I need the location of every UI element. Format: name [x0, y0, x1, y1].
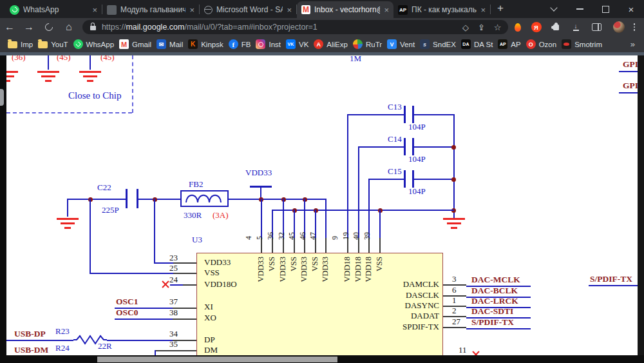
bookmark-label: DA St: [474, 41, 493, 48]
chip-pin-name: VDD18O: [204, 279, 237, 289]
scrollbar-thumb[interactable]: [97, 357, 337, 362]
chip-pin-number: 4: [245, 236, 252, 240]
net-label: DAC-LRCK: [471, 296, 518, 306]
reload-button[interactable]: [43, 22, 54, 33]
chip-pin-name: DP: [204, 335, 215, 345]
new-tab-button[interactable]: +: [497, 2, 504, 15]
bookmark-mailru[interactable]: ✉Mail: [156, 39, 183, 49]
url-text[interactable]: https://mail.google.com/mail/u/0/?tab=am…: [102, 23, 453, 32]
chip-pin-number: 38: [161, 308, 178, 318]
bookmark-dast[interactable]: DADA St: [461, 39, 493, 49]
maximize-button[interactable]: [592, 0, 618, 18]
profile-avatar[interactable]: [613, 21, 625, 33]
side-panel-icon[interactable]: [592, 23, 601, 31]
capacitor-icon: [404, 106, 406, 123]
bookmark-sndex[interactable]: sSndEX: [420, 39, 456, 49]
dashed-region-border: [132, 55, 133, 113]
net-label: OSC0: [116, 308, 138, 318]
back-button[interactable]: ←: [0, 21, 19, 33]
bookmark-facebook[interactable]: fFB: [229, 39, 251, 49]
tab-divider: [490, 5, 491, 14]
gnd-pin-ref: (36): [12, 55, 26, 63]
ap-icon: AP: [498, 39, 507, 49]
page-icon: [107, 5, 117, 15]
extension-diamond-icon[interactable]: ◇: [462, 23, 469, 32]
rutracker-icon: [353, 39, 363, 49]
wire: [589, 285, 638, 286]
cap-ref: C22: [97, 182, 111, 193]
flame-extension-icon[interactable]: [515, 23, 521, 32]
bookmark-label: Inst: [269, 41, 281, 48]
tab-gmail-inbox[interactable]: M Inbox - vectorhorn@gm ×: [297, 1, 393, 18]
chip-pin-number: 3: [452, 274, 457, 284]
net-label: DAC-MCLK: [471, 275, 520, 285]
folder-icon: [8, 41, 17, 48]
ferrite-rating: (3A): [213, 210, 229, 221]
tab-label: ПК - как музыкальный: [412, 5, 477, 14]
lock-icon[interactable]: [90, 26, 96, 30]
share-icon[interactable]: ⇪: [478, 23, 485, 32]
bookmark-ap[interactable]: APAP: [498, 39, 520, 49]
chip-pin-name: VDD18: [343, 257, 352, 282]
bookmark-label: FB: [242, 41, 251, 48]
bookmark-yout[interactable]: YouT: [38, 40, 68, 48]
chip-pin-name: DAMCLK: [393, 279, 439, 289]
address-bar[interactable]: https://mail.google.com/mail/u/0/?tab=am…: [82, 20, 508, 34]
whatsapp-icon: [73, 39, 83, 49]
bookmarks-overflow-button[interactable]: »: [630, 39, 635, 49]
downloads-icon[interactable]: ↓: [573, 23, 579, 31]
bookmark-aliexpress[interactable]: AAliExp: [314, 39, 348, 49]
bookmark-gmail[interactable]: MGmail: [119, 39, 151, 49]
minimize-button[interactable]: [567, 0, 592, 18]
bookmark-kinopoisk[interactable]: KKinpsk: [188, 39, 223, 49]
ferrite-bead-icon: [180, 190, 229, 207]
chip-pin-name: SPDIF-TX: [393, 322, 439, 332]
bookmark-vk[interactable]: VKVK: [286, 39, 308, 49]
bookmark-instagram[interactable]: Inst: [256, 39, 281, 49]
wire: [414, 179, 454, 180]
tab-word[interactable]: Microsoft Word - SA902 ×: [200, 1, 296, 18]
extensions-puzzle-icon[interactable]: [553, 25, 559, 30]
window-controls: ×: [541, 0, 644, 18]
bookmark-rutracker[interactable]: RuTr: [353, 39, 382, 49]
left-scroll-handle[interactable]: [0, 89, 4, 106]
home-button[interactable]: ⌂: [59, 21, 79, 33]
horizontal-scrollbar[interactable]: [0, 355, 644, 363]
bookmark-vent[interactable]: VVent: [387, 39, 415, 49]
maximize-icon: [602, 6, 609, 13]
wire: [466, 328, 531, 329]
tab-close-icon[interactable]: ×: [287, 6, 292, 14]
bookmark-whatsapp[interactable]: WhsApp: [73, 39, 114, 49]
bookmark-label: Smotrim: [574, 41, 602, 48]
browser-menu-icon[interactable]: [634, 23, 636, 31]
junction-dot: [451, 145, 456, 150]
yandex-extension-icon[interactable]: Я: [531, 22, 542, 32]
wire: [453, 114, 455, 218]
bookmark-ozon[interactable]: OOzon: [526, 39, 557, 49]
close-window-button[interactable]: ×: [618, 0, 644, 18]
chip-pin-name: VDD33: [321, 257, 330, 282]
junction-dot: [451, 177, 456, 182]
chip-pin-name: VDD18: [365, 257, 373, 282]
tab-close-icon[interactable]: ×: [384, 6, 389, 14]
ozon-icon: O: [526, 39, 536, 49]
dashed-region-border: [6, 112, 132, 113]
tab-close-icon[interactable]: ×: [92, 6, 97, 14]
schematic-image[interactable]: (36) (45) (45) Close to Chip 1M C13 1: [6, 55, 638, 355]
bookmark-label: Ozon: [539, 41, 557, 48]
tab-search-button[interactable]: [541, 0, 567, 18]
tab-close-icon[interactable]: ×: [189, 6, 194, 14]
wire: [170, 284, 183, 286]
url-path: /mail/u/0/?tab=am#inbox?projector=1: [184, 23, 317, 32]
forward-button[interactable]: →: [19, 21, 39, 33]
tab-whatsapp[interactable]: WhatsApp ×: [5, 1, 102, 18]
chip-pin-name: VSS: [290, 257, 298, 271]
bookmark-star-icon[interactable]: ☆: [494, 23, 502, 32]
tab-module[interactable]: Модуль гальваническо ×: [102, 1, 199, 18]
bookmark-label: AliExp: [327, 41, 348, 48]
bookmark-imp[interactable]: Imp: [8, 40, 33, 48]
ferrite-value: 330R: [184, 210, 202, 221]
tab-close-icon[interactable]: ×: [480, 6, 486, 14]
bookmark-smotrim[interactable]: Smotrim: [562, 39, 602, 49]
tab-pk-music[interactable]: AP ПК - как музыкальный ×: [393, 1, 490, 18]
